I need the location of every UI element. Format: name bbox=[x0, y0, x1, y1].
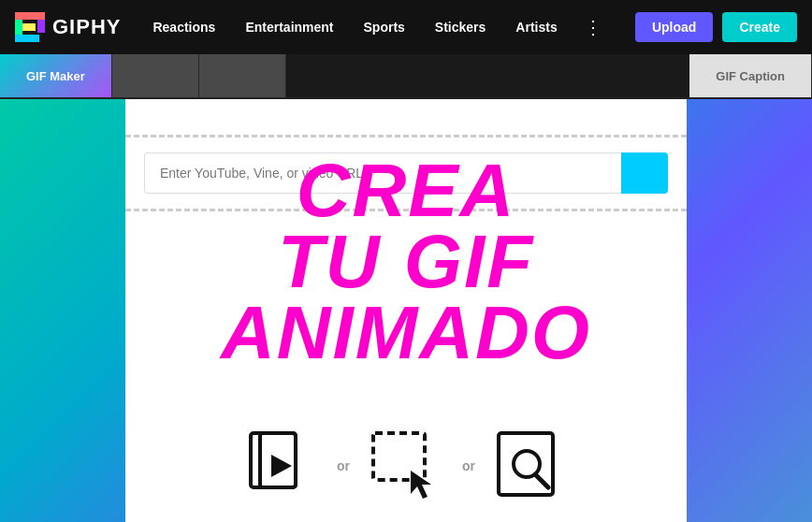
url-input-section bbox=[125, 135, 687, 211]
select-area-icon bbox=[369, 428, 443, 503]
or-text-2: or bbox=[462, 458, 475, 473]
nav-sports[interactable]: Sports bbox=[351, 14, 418, 40]
logo-area: GIPHY bbox=[15, 12, 121, 42]
svg-rect-4 bbox=[22, 23, 36, 31]
video-file-icon bbox=[243, 428, 318, 503]
navbar: GIPHY Reactions Entertainment Sports Sti… bbox=[0, 0, 812, 54]
search-gif-icon bbox=[494, 428, 569, 503]
tab-gif-maker[interactable]: GIF Maker bbox=[0, 54, 112, 97]
search-gif-icon-block bbox=[494, 428, 569, 503]
logo-text: GIPHY bbox=[52, 15, 121, 39]
upload-button[interactable]: Upload bbox=[635, 12, 713, 42]
nav-actions: Upload Create bbox=[635, 12, 797, 42]
main-area: Create animated GIFs from video files an… bbox=[0, 99, 812, 522]
url-input-row bbox=[144, 152, 668, 194]
nav-artists[interactable]: Artists bbox=[502, 14, 570, 40]
svg-rect-2 bbox=[37, 20, 45, 33]
nav-links: Reactions Entertainment Sports Stickers … bbox=[139, 12, 634, 42]
svg-rect-8 bbox=[373, 433, 425, 480]
svg-marker-7 bbox=[271, 455, 292, 477]
svg-line-12 bbox=[536, 475, 548, 487]
tab-placeholder-2[interactable] bbox=[199, 54, 286, 97]
select-area-icon-block bbox=[369, 428, 443, 503]
giphy-logo-icon bbox=[15, 12, 45, 42]
svg-rect-3 bbox=[15, 35, 39, 42]
svg-marker-9 bbox=[411, 471, 431, 499]
tool-tabs-bar: GIF Maker GIF Caption bbox=[0, 54, 812, 99]
video-file-icon-block bbox=[243, 428, 318, 503]
tab-gif-caption[interactable]: GIF Caption bbox=[689, 54, 812, 97]
or-text-1: or bbox=[337, 458, 350, 473]
nav-reactions[interactable]: Reactions bbox=[139, 14, 228, 40]
svg-rect-1 bbox=[15, 12, 45, 20]
tab-placeholder-1[interactable] bbox=[112, 54, 199, 97]
bottom-icons: or or bbox=[125, 410, 687, 522]
more-icon[interactable]: ⋮ bbox=[574, 12, 612, 42]
url-input[interactable] bbox=[144, 152, 621, 194]
nav-stickers[interactable]: Stickers bbox=[422, 14, 499, 40]
create-button[interactable]: Create bbox=[722, 12, 797, 42]
url-submit-button[interactable] bbox=[621, 152, 668, 194]
nav-entertainment[interactable]: Entertainment bbox=[232, 14, 346, 40]
